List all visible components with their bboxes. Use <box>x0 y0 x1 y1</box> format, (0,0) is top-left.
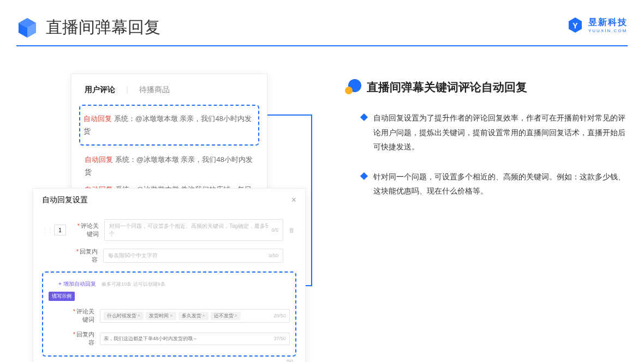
example-label: 填写示例 <box>49 292 75 301</box>
drag-handle-icon[interactable]: ⋮⋮ <box>42 227 49 233</box>
section-title: 直播间弹幕关键词评论自动回复 <box>367 80 527 95</box>
keyword-input[interactable]: 对同一个问题，可设置多个相近、高频的关键词，Tag确定，最多5个 0/5 <box>104 219 283 241</box>
highlighted-comment: 自动回复 系统：@冰墩墩本墩 亲亲，我们48小时内发货 <box>79 105 259 146</box>
add-auto-reply-link[interactable]: + 增加自动回复 <box>49 281 96 287</box>
comment-row: 自动回复 系统：@冰墩墩本墩 亲亲，我们48小时内发货 <box>85 151 254 181</box>
diamond-icon <box>360 172 368 180</box>
outer-count: /50 <box>42 357 296 362</box>
right-column: 直播间弹幕关键词评论自动回复 自动回复设置为了提升作者的评论回复效率，作者可在开… <box>345 74 628 214</box>
tab-divider: | <box>126 85 128 95</box>
example-keyword-input[interactable]: 什么时候发货× 发货时间× 多久发货× 还不发货× 20/50 <box>100 309 290 323</box>
connector-line <box>311 114 312 286</box>
brand-logo-icon: Y <box>567 16 584 34</box>
brand-sub: YUUXIN.COM <box>588 28 628 33</box>
tab-user-comments[interactable]: 用户评论 <box>85 85 115 95</box>
close-icon[interactable]: × <box>291 195 296 205</box>
brand-logo-area: Y 昱新科技 YUUXIN.COM <box>567 16 628 34</box>
auto-reply-tag: 自动回复 <box>85 155 113 164</box>
page-title: 直播间弹幕回复 <box>46 16 160 39</box>
diamond-icon <box>360 113 368 121</box>
example-content-input[interactable]: 亲，我们这边都是下单48小时内发货的哦～ 37/50 <box>100 333 290 345</box>
comment-row: 自动回复 系统：@冰墩墩本墩 亲亲，我们48小时内发货 <box>84 110 255 140</box>
bubble-icon <box>345 79 361 95</box>
svg-text:Y: Y <box>573 21 578 30</box>
bullet-item: 自动回复设置为了提升作者的评论回复效率，作者可在开播前针对常见的评论用户问题，提… <box>361 111 628 154</box>
row-number: 1 <box>54 225 66 236</box>
connector-line <box>267 114 311 116</box>
example-section: + 增加自动回复 最多可建10条 还可以创建9条 填写示例 *评论关键词 什么时… <box>42 272 296 357</box>
brand-name: 昱新科技 <box>588 17 628 28</box>
header: 直播间弹幕回复 <box>0 0 644 45</box>
bullet-item: 针对同一个问题，可设置多个相近的、高频的关键词。例如：这款多少钱、这块能优惠吗、… <box>361 170 628 198</box>
settings-panel: 自动回复设置 × ⋮⋮ 1 *评论关键词 对同一个问题，可设置多个相近、高频的关… <box>33 188 306 362</box>
delete-icon[interactable]: 🗑 <box>289 227 296 233</box>
tab-products[interactable]: 待播商品 <box>139 85 170 95</box>
auto-reply-tag: 自动回复 <box>84 114 112 123</box>
content-input[interactable]: 每条限50个中文字符 0/50 <box>103 249 283 263</box>
settings-title: 自动回复设置 <box>42 195 88 205</box>
cube-icon <box>16 17 38 39</box>
